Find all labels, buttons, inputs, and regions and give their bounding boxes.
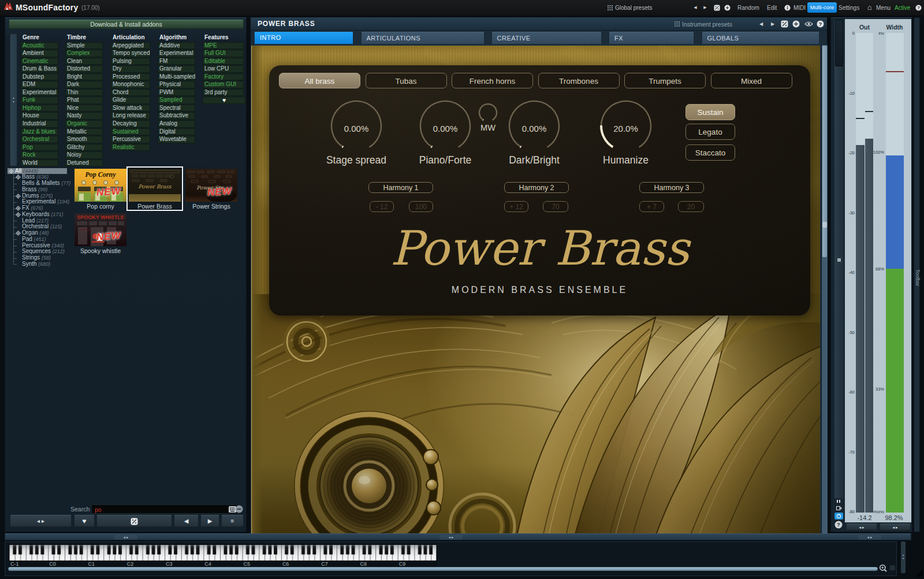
filter-item-world[interactable]: World bbox=[21, 159, 58, 167]
meter-help-button[interactable]: ? bbox=[834, 521, 843, 529]
filter-item-edm[interactable]: EDM bbox=[21, 81, 58, 88]
filter-item-bright[interactable]: Bright bbox=[65, 73, 103, 81]
filter-item-percussive[interactable]: Percussive bbox=[111, 136, 150, 143]
instrument-prev-button[interactable]: ◀ bbox=[758, 21, 765, 28]
filter-item-simple[interactable]: Simple bbox=[65, 42, 103, 50]
thumbnail-power-brass[interactable]: Power Brass bbox=[129, 169, 181, 202]
filter-item-funk[interactable]: Funk bbox=[21, 96, 58, 104]
width-meter[interactable] bbox=[886, 33, 904, 513]
section-button-trombones[interactable]: Trombones bbox=[538, 73, 620, 88]
filter-item-fm[interactable]: FM bbox=[158, 58, 195, 65]
preset-next-button[interactable]: ▶ bbox=[702, 5, 708, 10]
harmony-3-transpose[interactable]: + 7 bbox=[639, 201, 664, 212]
instrument-presets-button[interactable]: Instrument presets bbox=[675, 19, 738, 29]
filter-item-chord[interactable]: Chord bbox=[111, 89, 150, 96]
harmony-1-transpose[interactable]: - 12 bbox=[370, 201, 394, 212]
divider-handle-right[interactable]: ◂ ▸ bbox=[858, 535, 881, 540]
keyboard-scrollbar[interactable] bbox=[8, 567, 878, 571]
meter-pause-button[interactable] bbox=[834, 498, 843, 504]
filter-item-detuned[interactable]: Detuned bbox=[65, 159, 103, 167]
filter-item-ambient[interactable]: Ambient bbox=[21, 50, 58, 57]
filter-item-smooth[interactable]: Smooth bbox=[65, 136, 103, 143]
active-button[interactable]: Active bbox=[895, 3, 914, 13]
filter-item-wavetable[interactable]: Wavetable bbox=[158, 136, 195, 143]
filter-scrollbar[interactable]: ▴▾ bbox=[10, 34, 17, 166]
filter-item-thin[interactable]: Thin bbox=[65, 89, 103, 96]
menu-button[interactable]: Menu bbox=[876, 3, 895, 13]
tree-expand-icon[interactable] bbox=[16, 194, 21, 199]
next-preset-button[interactable]: ▶ bbox=[200, 515, 219, 527]
harmony-2-amount[interactable]: 70 bbox=[543, 201, 568, 212]
window-resize-corner[interactable] bbox=[915, 569, 923, 577]
filter-item-drum-bass[interactable]: Drum & Bass bbox=[21, 65, 58, 73]
filter-item-nasty[interactable]: Nasty bbox=[65, 112, 103, 120]
width-meter-resize-button[interactable]: ◂ ▸ bbox=[880, 524, 911, 530]
knob-mod-wheel[interactable] bbox=[476, 101, 500, 125]
info-icon[interactable] bbox=[784, 5, 791, 11]
filter-item-processed[interactable]: Processed bbox=[111, 73, 150, 81]
filter-item-glide[interactable]: Glide bbox=[111, 96, 150, 104]
search-clear-icon[interactable] bbox=[235, 505, 243, 513]
toolbar-strip[interactable]: Toolbar bbox=[914, 17, 920, 532]
filter-item-dry[interactable]: Dry bbox=[111, 65, 150, 73]
section-button-all-brass[interactable]: All brass bbox=[279, 73, 360, 88]
filter-item-monophonic[interactable]: Monophonic bbox=[111, 81, 150, 88]
output-volume-slider[interactable] bbox=[834, 20, 844, 499]
tab-intro[interactable]: INTRO bbox=[255, 32, 353, 44]
filter-item-slow-attack[interactable]: Slow attack bbox=[111, 105, 150, 112]
tree-expand-icon[interactable] bbox=[16, 206, 21, 211]
gui-scrollbar[interactable] bbox=[822, 45, 828, 536]
filter-item-custom-gui[interactable]: Custom GUI bbox=[203, 81, 244, 88]
previous-preset-button[interactable]: ◀ bbox=[174, 515, 199, 527]
search-input[interactable]: po bbox=[91, 504, 237, 514]
filter-item-glitchy[interactable]: Glitchy bbox=[65, 144, 103, 151]
meter-power-button[interactable] bbox=[834, 513, 843, 519]
harmony-1-button[interactable]: Harmony 1 bbox=[368, 182, 433, 193]
keyboard-options-icon[interactable] bbox=[890, 565, 895, 570]
keyboard-zoom-icon[interactable] bbox=[879, 564, 888, 573]
filter-item-subtractive[interactable]: Subtractive bbox=[158, 112, 195, 120]
tree-item-synth[interactable]: Synth (680) bbox=[22, 261, 65, 268]
thumbnail-spooky-whistle[interactable]: SPOOKY WHISTLE WHISTLEDUST NEW bbox=[74, 213, 126, 246]
filter-item-3rd-party[interactable]: 3rd party bbox=[203, 89, 244, 96]
filter-item-sustained[interactable]: Sustained bbox=[111, 128, 150, 136]
instrument-random-icon[interactable] bbox=[781, 20, 788, 28]
tree-expand-icon[interactable] bbox=[16, 175, 21, 180]
filter-item-long-release[interactable]: Long release bbox=[111, 112, 150, 120]
multicore-button[interactable]: Multi-core bbox=[807, 2, 837, 13]
filter-item-industrial[interactable]: Industrial bbox=[21, 120, 58, 128]
harmony-3-button[interactable]: Harmony 3 bbox=[639, 182, 704, 193]
filter-item-rock[interactable]: Rock bbox=[21, 151, 58, 159]
filter-item-spectral[interactable]: Spectral bbox=[158, 105, 195, 112]
filter-item-mpe[interactable]: MPE bbox=[203, 42, 244, 50]
home-icon[interactable]: ⌂ bbox=[866, 2, 874, 13]
preset-prev-button[interactable]: ◀ bbox=[692, 5, 698, 10]
horizontal-divider[interactable]: ◂ ▸ ◂ ▸ ◂ ▸ bbox=[5, 533, 911, 540]
filter-item-complex[interactable]: Complex bbox=[65, 50, 103, 57]
tab-fx[interactable]: FX bbox=[609, 32, 694, 44]
filter-item-experimental[interactable]: Experimental bbox=[158, 50, 195, 57]
filter-item-distorted[interactable]: Distorted bbox=[65, 65, 103, 73]
section-button-tubas[interactable]: Tubas bbox=[366, 73, 447, 88]
meter-popout-button[interactable] bbox=[834, 505, 843, 511]
random-button[interactable]: Random bbox=[737, 3, 762, 13]
tab-creative[interactable]: CREATIVE bbox=[492, 32, 601, 44]
harmony-2-button[interactable]: Harmony 2 bbox=[504, 182, 569, 193]
filter-item-experimental[interactable]: Experimental bbox=[21, 89, 58, 96]
preset-menu-button[interactable]: ≡ bbox=[221, 515, 244, 527]
filter-item-orchestral[interactable]: Orchestral bbox=[21, 136, 58, 143]
filter-item-sampled[interactable]: Sampled bbox=[158, 96, 195, 104]
filter-item-dubstep[interactable]: Dubstep bbox=[21, 73, 58, 81]
filter-item-factory[interactable]: Factory bbox=[203, 73, 244, 81]
thumbnail-power-strings[interactable]: Power Str NEW bbox=[185, 169, 237, 202]
favorites-button[interactable]: ♥ bbox=[74, 515, 95, 527]
tab-globals[interactable]: GLOBALS bbox=[702, 32, 819, 44]
filter-item-hiphop[interactable]: Hiphop bbox=[21, 105, 58, 112]
filter-item-analog[interactable]: Analog bbox=[158, 120, 195, 128]
output-volume-slider-thumb[interactable] bbox=[835, 20, 843, 66]
harmony-3-amount[interactable]: 20 bbox=[678, 201, 704, 212]
tree-expand-icon[interactable] bbox=[9, 169, 14, 174]
out-meter-resize-button[interactable]: ◂ ▸ bbox=[846, 524, 877, 530]
articulation-button-staccato[interactable]: Staccato bbox=[685, 144, 735, 161]
tree-expand-icon[interactable] bbox=[16, 212, 21, 217]
